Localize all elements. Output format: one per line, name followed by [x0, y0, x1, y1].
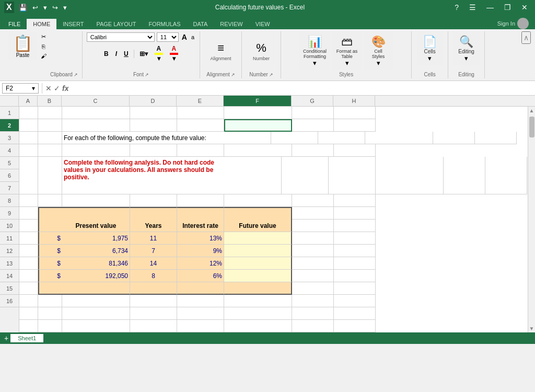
cell-h3[interactable]	[475, 132, 517, 144]
row-6[interactable]: 6	[0, 169, 19, 182]
cell-d9[interactable]: 11	[130, 232, 177, 245]
editing-button[interactable]: 🔍 Editing ▾	[453, 32, 480, 65]
cell-h6[interactable]	[334, 194, 376, 207]
cell-b14[interactable]	[38, 295, 62, 307]
cell-c13[interactable]	[62, 282, 130, 295]
cell-f2[interactable]	[224, 119, 292, 132]
cell-e10[interactable]: 9%	[177, 245, 224, 257]
cell-g1[interactable]	[292, 107, 334, 119]
cell-a3[interactable]	[19, 132, 38, 144]
col-header-f[interactable]: F	[224, 96, 292, 106]
cell-e8[interactable]: Interest rate	[177, 220, 224, 232]
row-8[interactable]: 8	[0, 194, 19, 207]
cell-a2[interactable]	[19, 119, 38, 132]
font-color-button[interactable]: A ▾	[167, 44, 181, 63]
scroll-up-arrow[interactable]: ▲	[528, 107, 535, 114]
formula-cancel-button[interactable]: ✕	[45, 84, 52, 93]
minimize-button[interactable]: —	[483, 2, 497, 13]
cell-a1[interactable]	[19, 107, 38, 119]
cell-a16[interactable]	[19, 320, 38, 332]
tab-file[interactable]: FILE	[2, 19, 27, 29]
format-painter-button[interactable]: 🖌	[38, 52, 49, 60]
fill-color-button[interactable]: A ▾	[152, 44, 166, 63]
col-header-a[interactable]: A	[19, 96, 38, 106]
cell-d6[interactable]	[130, 194, 177, 207]
cell-f13[interactable]	[224, 282, 292, 295]
cell-d4[interactable]	[130, 144, 177, 157]
row-13[interactable]: 13	[0, 257, 19, 270]
cell-h12[interactable]	[334, 270, 376, 282]
cell-c11[interactable]: 81,346	[62, 257, 130, 270]
cell-h8[interactable]	[334, 220, 376, 232]
cell-b11[interactable]: $	[38, 257, 62, 270]
cell-reference-box[interactable]: F2 ▾	[2, 83, 39, 94]
cell-f11[interactable]	[224, 257, 292, 270]
cell-b10[interactable]: $	[38, 245, 62, 257]
cell-g15[interactable]	[292, 307, 334, 320]
close-button[interactable]: ✕	[518, 2, 531, 13]
cell-f4[interactable]	[224, 144, 292, 157]
save-button[interactable]: 💾	[17, 3, 29, 13]
number-button[interactable]: % Number	[249, 39, 273, 63]
cell-h7[interactable]	[334, 207, 376, 220]
add-sheet-button[interactable]: +	[4, 334, 8, 342]
redo-button[interactable]: ↪	[51, 3, 60, 13]
cell-c15[interactable]	[62, 307, 130, 320]
cell-d11[interactable]: 14	[130, 257, 177, 270]
cell-b3[interactable]	[38, 132, 62, 144]
cell-g9[interactable]	[292, 232, 334, 245]
cell-g14[interactable]	[292, 295, 334, 307]
cell-g11[interactable]	[292, 257, 334, 270]
tab-formulas[interactable]: FORMULAS	[142, 19, 187, 29]
cell-c4[interactable]	[62, 144, 130, 157]
cell-f8[interactable]: Future value	[224, 220, 292, 232]
cell-a7[interactable]	[19, 207, 38, 220]
scroll-thumb[interactable]	[529, 117, 534, 137]
row-3[interactable]: 3	[0, 132, 19, 144]
cell-c1[interactable]	[62, 107, 130, 119]
cell-a4[interactable]	[19, 144, 38, 157]
cell-a11[interactable]	[19, 257, 38, 270]
cell-c9[interactable]: 1,975	[62, 232, 130, 245]
col-header-c[interactable]: C	[62, 96, 130, 106]
cell-c14[interactable]	[62, 295, 130, 307]
cell-e12[interactable]: 6%	[177, 270, 224, 282]
cell-g16[interactable]	[292, 320, 334, 332]
cell-a6[interactable]	[19, 194, 38, 207]
cell-b2[interactable]	[38, 119, 62, 132]
cell-h16[interactable]	[334, 320, 376, 332]
cell-g10[interactable]	[292, 245, 334, 257]
cell-g6[interactable]	[292, 194, 334, 207]
cell-c3[interactable]: For each of the following, compute the f…	[62, 132, 271, 144]
cell-d5[interactable]	[282, 157, 329, 194]
underline-button[interactable]: U	[121, 49, 131, 59]
cell-e3[interactable]	[318, 132, 365, 144]
font-grow-button[interactable]: A	[181, 32, 188, 42]
font-expand-icon[interactable]: ↗	[145, 72, 149, 77]
cell-g8[interactable]	[292, 220, 334, 232]
cell-d15[interactable]	[130, 307, 177, 320]
tab-page-layout[interactable]: PAGE LAYOUT	[90, 19, 142, 29]
cell-a5[interactable]	[19, 157, 38, 194]
cell-b6[interactable]	[38, 194, 62, 207]
cell-c8[interactable]: Present value	[62, 220, 130, 232]
cell-e16[interactable]	[177, 320, 224, 332]
cell-a10[interactable]	[19, 245, 38, 257]
cell-e2[interactable]	[177, 119, 224, 132]
cell-f7[interactable]	[224, 207, 292, 220]
paste-button[interactable]: 📋 Paste	[8, 32, 37, 60]
cell-f14[interactable]	[224, 295, 292, 307]
cell-h15[interactable]	[334, 307, 376, 320]
cell-f5[interactable]	[376, 157, 444, 194]
cell-e5[interactable]	[329, 157, 376, 194]
cell-h9[interactable]	[334, 232, 376, 245]
cell-b9[interactable]: $	[38, 232, 62, 245]
cell-g12[interactable]	[292, 270, 334, 282]
cell-g13[interactable]	[292, 282, 334, 295]
alignment-expand-icon[interactable]: ↗	[231, 72, 235, 77]
cell-g7[interactable]	[292, 207, 334, 220]
row-9[interactable]: 9	[0, 207, 19, 220]
tab-home[interactable]: HOME	[27, 19, 56, 29]
cell-a12[interactable]	[19, 270, 38, 282]
help-button[interactable]: ?	[451, 2, 462, 13]
